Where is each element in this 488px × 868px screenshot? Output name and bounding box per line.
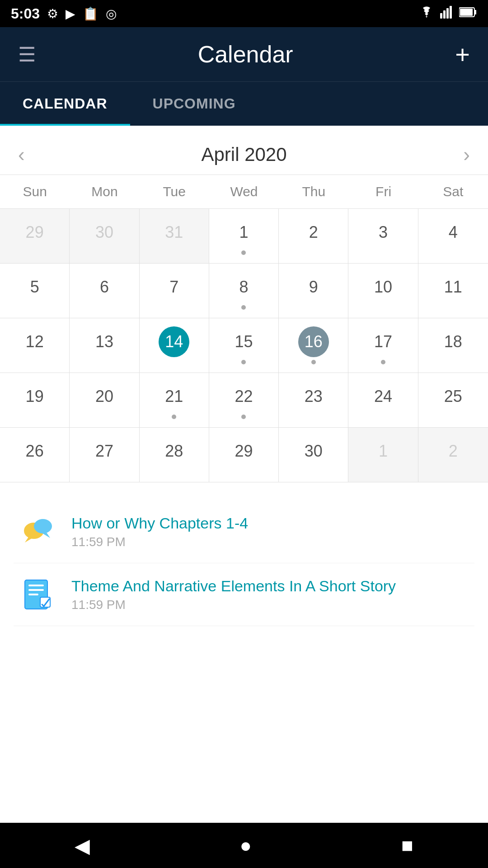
day-headers-row: Sun Mon Tue Wed Thu Fri Sat xyxy=(0,175,488,209)
day-cell[interactable]: 1 xyxy=(348,428,418,482)
day-cell[interactable]: 9 xyxy=(279,264,348,318)
header-mon: Mon xyxy=(70,175,139,208)
day-cell[interactable]: 1 xyxy=(209,209,279,263)
clipboard-icon: 📋 xyxy=(83,6,99,21)
event-text-container: How or Why Chapters 1-411:59 PM xyxy=(71,514,248,549)
calendar-container: ‹ April 2020 › Sun Mon Tue Wed Thu Fri S… xyxy=(0,126,488,491)
day-cell[interactable]: 29 xyxy=(0,209,70,263)
day-cell[interactable]: 23 xyxy=(279,373,348,427)
day-cell[interactable]: 5 xyxy=(0,264,70,318)
day-cell[interactable]: 20 xyxy=(70,373,139,427)
event-dot xyxy=(241,305,246,310)
header-sat: Sat xyxy=(418,175,488,208)
page-title: Calendar xyxy=(198,41,293,68)
day-number: 21 xyxy=(159,381,189,412)
day-number: 16 xyxy=(298,326,329,357)
back-button[interactable]: ◀ xyxy=(56,830,108,862)
day-cell[interactable]: 3 xyxy=(348,209,418,263)
svg-rect-3 xyxy=(450,6,452,19)
day-cell[interactable]: 30 xyxy=(279,428,348,482)
week-row-3: 19202122232425 xyxy=(0,373,488,428)
day-number: 24 xyxy=(368,381,399,412)
event-title: How or Why Chapters 1-4 xyxy=(71,514,248,532)
home-button[interactable]: ● xyxy=(221,830,270,861)
header-thu: Thu xyxy=(279,175,348,208)
day-cell[interactable]: 2 xyxy=(418,428,488,482)
day-number: 7 xyxy=(159,272,189,302)
day-number: 29 xyxy=(19,217,50,248)
day-cell[interactable]: 17 xyxy=(348,318,418,373)
wifi-icon xyxy=(418,6,435,22)
week-row-2: 12131415161718 xyxy=(0,318,488,373)
day-cell[interactable]: 13 xyxy=(70,318,139,373)
hamburger-menu-icon[interactable]: ☰ xyxy=(18,43,36,66)
week-row-0: 2930311234 xyxy=(0,209,488,264)
add-event-button[interactable]: + xyxy=(455,40,470,69)
day-number: 11 xyxy=(438,272,469,302)
svg-rect-1 xyxy=(443,10,446,19)
svg-rect-13 xyxy=(28,589,44,591)
event-list: How or Why Chapters 1-411:59 PM Theme An… xyxy=(0,491,488,635)
day-number: 5 xyxy=(19,272,50,302)
tab-calendar[interactable]: CALENDAR xyxy=(0,82,130,126)
day-cell[interactable]: 11 xyxy=(418,264,488,318)
day-cell[interactable]: 19 xyxy=(0,373,70,427)
month-year-title: April 2020 xyxy=(18,144,470,165)
day-number: 25 xyxy=(438,381,469,412)
svg-rect-12 xyxy=(28,585,44,586)
day-number: 26 xyxy=(19,436,50,467)
day-number: 10 xyxy=(368,272,399,302)
day-cell[interactable]: 22 xyxy=(209,373,279,427)
day-cell[interactable]: 18 xyxy=(418,318,488,373)
day-number: 27 xyxy=(89,436,120,467)
day-cell[interactable]: 6 xyxy=(70,264,139,318)
day-cell[interactable]: 8 xyxy=(209,264,279,318)
day-number: 2 xyxy=(438,436,469,467)
day-cell[interactable]: 26 xyxy=(0,428,70,482)
day-number: 6 xyxy=(89,272,120,302)
day-number: 29 xyxy=(228,436,259,467)
day-number: 13 xyxy=(89,326,120,357)
play-icon: ▶ xyxy=(66,6,75,21)
day-cell[interactable]: 28 xyxy=(140,428,209,482)
day-number: 3 xyxy=(368,217,399,248)
day-cell[interactable]: 7 xyxy=(140,264,209,318)
day-cell[interactable]: 25 xyxy=(418,373,488,427)
day-cell[interactable]: 16 xyxy=(279,318,348,373)
status-bar: 5:03 ⚙ ▶ 📋 ◎ xyxy=(0,0,488,27)
event-text-container: Theme And Narrative Elements In A Short … xyxy=(71,577,396,612)
day-cell[interactable]: 31 xyxy=(140,209,209,263)
day-cell[interactable]: 24 xyxy=(348,373,418,427)
prev-month-button[interactable]: ‹ xyxy=(5,139,38,170)
svg-point-9 xyxy=(34,519,52,533)
tab-upcoming[interactable]: UPCOMING xyxy=(130,82,258,126)
day-cell[interactable]: 30 xyxy=(70,209,139,263)
day-cell[interactable]: 4 xyxy=(418,209,488,263)
header-tue: Tue xyxy=(140,175,209,208)
header-wed: Wed xyxy=(209,175,279,208)
top-bar: ☰ Calendar + xyxy=(0,27,488,81)
day-cell[interactable]: 10 xyxy=(348,264,418,318)
event-item[interactable]: Theme And Narrative Elements In A Short … xyxy=(14,563,474,626)
next-month-button[interactable]: › xyxy=(450,139,483,170)
event-dot xyxy=(311,360,316,364)
recent-apps-button[interactable]: ■ xyxy=(383,830,432,861)
event-dot xyxy=(381,360,385,364)
day-cell[interactable]: 15 xyxy=(209,318,279,373)
day-cell[interactable]: 14 xyxy=(140,318,209,373)
day-cell[interactable]: 12 xyxy=(0,318,70,373)
tabs-bar: CALENDAR UPCOMING xyxy=(0,81,488,126)
day-number: 15 xyxy=(228,326,259,357)
day-cell[interactable]: 21 xyxy=(140,373,209,427)
day-number: 20 xyxy=(89,381,120,412)
event-item[interactable]: How or Why Chapters 1-411:59 PM xyxy=(14,500,474,563)
header-sun: Sun xyxy=(0,175,70,208)
day-number: 9 xyxy=(298,272,329,302)
day-number: 31 xyxy=(159,217,189,248)
day-cell[interactable]: 2 xyxy=(279,209,348,263)
day-cell[interactable]: 27 xyxy=(70,428,139,482)
event-dot xyxy=(241,415,246,419)
week-row-4: 262728293012 xyxy=(0,428,488,482)
day-number: 12 xyxy=(19,326,50,357)
day-cell[interactable]: 29 xyxy=(209,428,279,482)
